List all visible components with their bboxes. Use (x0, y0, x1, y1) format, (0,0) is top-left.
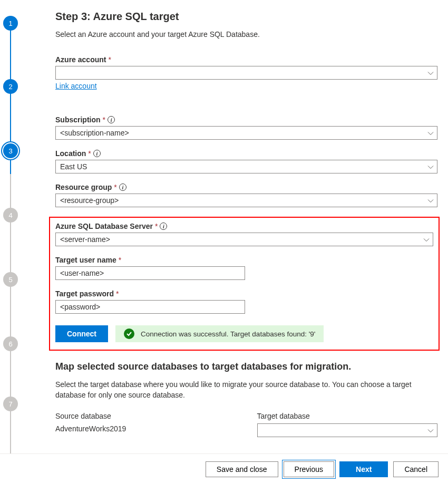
save-and-close-button[interactable]: Save and close (206, 461, 278, 477)
step-3[interactable]: 3 (3, 143, 18, 158)
azure-account-label: Azure account* (55, 55, 437, 64)
location-select[interactable]: East US (55, 160, 437, 173)
connect-button[interactable]: Connect (55, 325, 108, 342)
mapping-title: Map selected source databases to target … (55, 361, 437, 372)
step-5: 5 (3, 272, 18, 287)
step-indicator: 1 2 3 4 5 6 7 (0, 0, 32, 453)
info-icon[interactable]: i (108, 116, 115, 123)
link-account-link[interactable]: Link account (55, 82, 97, 90)
chevron-down-icon (427, 164, 433, 169)
mapping-description: Select the target database where you wou… (55, 380, 437, 400)
previous-button[interactable]: Previous (284, 461, 334, 477)
chevron-down-icon (427, 130, 433, 136)
chevron-down-icon (427, 428, 433, 433)
chevron-down-icon (427, 70, 433, 75)
page-description: Select an Azure account and your target … (55, 30, 437, 38)
resource-group-label: Resource group* i (55, 183, 437, 191)
step-4: 4 (3, 208, 18, 223)
source-db-header: Source database (55, 412, 236, 420)
next-button[interactable]: Next (339, 461, 388, 477)
chevron-down-icon (427, 198, 433, 203)
highlight-region: Azure SQL Database Server* i <server-nam… (49, 217, 440, 351)
server-select[interactable]: <server-name> (55, 233, 433, 246)
password-label: Target password* (55, 289, 433, 298)
password-input[interactable]: <password> (55, 300, 245, 314)
resource-group-select[interactable]: <resource-group> (55, 194, 437, 207)
target-db-header: Target database (257, 412, 438, 420)
step-7: 7 (3, 397, 18, 411)
step-6: 6 (3, 336, 18, 351)
location-label: Location* i (55, 149, 437, 158)
step-1[interactable]: 1 (3, 16, 18, 31)
success-check-icon (124, 329, 134, 339)
username-label: Target user name* (55, 256, 433, 264)
source-db-value: AdventureWorks2019 (55, 423, 236, 433)
username-input[interactable]: <user-name> (55, 266, 245, 280)
info-icon[interactable]: i (160, 223, 167, 230)
connection-status: Connection was successful. Target databa… (115, 325, 324, 342)
chevron-down-icon (423, 237, 428, 242)
target-db-select[interactable] (257, 423, 438, 437)
server-label: Azure SQL Database Server* i (55, 222, 433, 230)
azure-account-select[interactable] (55, 66, 437, 80)
wizard-footer: Save and close Previous Next Cancel (0, 453, 448, 483)
page-title: Step 3: Azure SQL target (55, 11, 437, 23)
info-icon[interactable]: i (93, 150, 101, 157)
subscription-select[interactable]: <subscription-name> (55, 126, 437, 140)
info-icon[interactable]: i (119, 183, 126, 191)
cancel-button[interactable]: Cancel (393, 461, 439, 477)
subscription-label: Subscription* i (55, 115, 437, 124)
step-2[interactable]: 2 (3, 79, 18, 94)
